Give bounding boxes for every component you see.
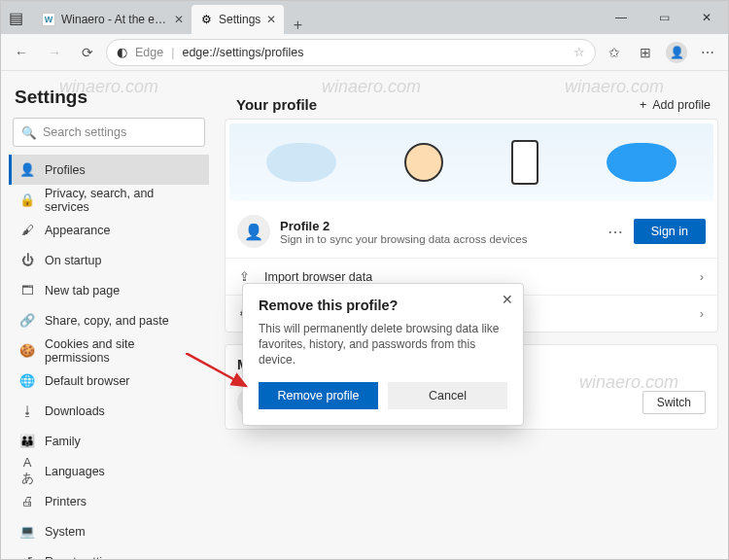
- sidebar-item-new-tab-page[interactable]: 🗔New tab page: [9, 275, 209, 305]
- content-area: winaero.com winaero.com winaero.com wina…: [1, 71, 728, 559]
- tab-winaero[interactable]: W Winaero - At the edge of tweaki ✕: [34, 5, 191, 34]
- nav-icon: 👪: [19, 434, 35, 448]
- menu-button[interactable]: ⋯: [693, 38, 722, 67]
- your-profile-heading: Your profile: [236, 96, 317, 113]
- refresh-button[interactable]: ⟳: [73, 38, 102, 67]
- settings-heading: Settings: [15, 87, 203, 108]
- close-icon[interactable]: ✕: [266, 13, 276, 26]
- browser-window: ▤ W Winaero - At the edge of tweaki ✕ ⚙ …: [0, 0, 729, 560]
- back-button[interactable]: ←: [7, 38, 36, 67]
- avatar-icon: 👤: [237, 215, 270, 248]
- profile-more-button[interactable]: ⋯: [608, 223, 624, 241]
- sidebar-item-default-browser[interactable]: 🌐Default browser: [9, 366, 209, 396]
- nav-label: Cookies and site permissions: [45, 337, 201, 365]
- switch-profile-button[interactable]: Switch: [642, 391, 706, 414]
- minimize-button[interactable]: —: [600, 1, 642, 34]
- url-scheme: Edge: [135, 46, 163, 59]
- nav-label: Family: [45, 435, 81, 448]
- cancel-button[interactable]: Cancel: [388, 382, 507, 409]
- dialog-close-button[interactable]: ✕: [502, 292, 513, 307]
- profile-hero-illustration: [229, 123, 713, 201]
- search-settings-input[interactable]: 🔍 Search settings: [13, 118, 205, 147]
- tab-strip: W Winaero - At the edge of tweaki ✕ ⚙ Se…: [30, 1, 600, 34]
- settings-nav: 👤Profiles🔒Privacy, search, and services🖌…: [9, 155, 209, 559]
- profile-button[interactable]: 👤: [662, 38, 691, 67]
- search-icon: 🔍: [21, 125, 37, 140]
- search-placeholder: Search settings: [43, 125, 126, 139]
- chevron-right-icon: ›: [700, 307, 704, 321]
- tab-actions-icon[interactable]: ▤: [1, 1, 30, 34]
- nav-icon: 👤: [19, 162, 35, 177]
- sidebar-item-reset-settings[interactable]: ↺Reset settings: [9, 546, 209, 559]
- sidebar-item-appearance[interactable]: 🖌Appearance: [9, 215, 209, 245]
- nav-label: New tab page: [45, 284, 120, 298]
- nav-icon: 💻: [19, 524, 35, 539]
- forward-button[interactable]: →: [40, 38, 69, 67]
- current-profile-row: 👤 Profile 2 Sign in to sync your browsin…: [226, 205, 717, 258]
- toolbar-right: ✩ ⊞ 👤 ⋯: [600, 38, 722, 67]
- row-label: Import browser data: [264, 270, 372, 284]
- collections-button[interactable]: ⊞: [631, 38, 660, 67]
- new-tab-button[interactable]: +: [284, 17, 311, 34]
- maximize-button[interactable]: ▭: [642, 1, 685, 34]
- sidebar-item-privacy-search-and-services[interactable]: 🔒Privacy, search, and services: [9, 185, 209, 215]
- nav-icon: ↺: [19, 554, 35, 559]
- nav-icon: ⭳: [19, 403, 35, 418]
- titlebar: ▤ W Winaero - At the edge of tweaki ✕ ⚙ …: [1, 1, 728, 34]
- sidebar-item-printers[interactable]: 🖨Printers: [9, 486, 209, 516]
- close-icon[interactable]: ✕: [174, 13, 184, 26]
- settings-sidebar: Settings 🔍 Search settings 👤Profiles🔒Pri…: [1, 71, 217, 559]
- nav-label: Reset settings: [45, 555, 122, 560]
- nav-icon: Aあ: [19, 455, 35, 487]
- nav-label: Privacy, search, and services: [45, 187, 201, 214]
- nav-label: System: [45, 525, 86, 539]
- sidebar-item-family[interactable]: 👪Family: [9, 426, 209, 456]
- site-identity-icon: ◐: [117, 45, 127, 59]
- nav-label: Appearance: [45, 224, 110, 237]
- toolbar: ← → ⟳ ◐ Edge | edge://settings/profiles …: [1, 34, 728, 71]
- nav-label: Printers: [45, 495, 87, 508]
- nav-label: Downloads: [45, 404, 105, 418]
- chevron-right-icon: ›: [700, 270, 704, 284]
- sidebar-item-system[interactable]: 💻System: [9, 516, 209, 546]
- add-profile-button[interactable]: + Add profile: [640, 98, 711, 112]
- sidebar-item-on-startup[interactable]: ⏻On startup: [9, 245, 209, 275]
- nav-icon: 🖨: [19, 494, 35, 508]
- row-icon: ⇪: [239, 269, 255, 284]
- nav-icon: ⏻: [19, 253, 35, 267]
- address-bar[interactable]: ◐ Edge | edge://settings/profiles ☆: [106, 39, 596, 66]
- your-profile-header: Your profile + Add profile: [225, 85, 718, 119]
- window-controls: — ▭ ✕: [600, 1, 728, 34]
- gear-icon: ⚙: [199, 13, 213, 26]
- plus-icon: +: [640, 98, 646, 112]
- nav-icon: 🖌: [19, 223, 35, 237]
- add-profile-label: Add profile: [652, 98, 711, 112]
- sidebar-item-profiles[interactable]: 👤Profiles: [9, 155, 209, 185]
- avatar-icon: 👤: [666, 42, 687, 63]
- cloud-icon: [607, 143, 677, 182]
- close-button[interactable]: ✕: [685, 1, 728, 34]
- nav-label: Languages: [45, 465, 105, 478]
- nav-label: Profiles: [45, 163, 86, 177]
- phone-illustration: [511, 140, 538, 185]
- remove-profile-dialog: ✕ Remove this profile? This will permane…: [242, 283, 524, 426]
- person-illustration: [404, 143, 443, 182]
- favicon-winaero: W: [42, 13, 55, 26]
- sidebar-item-languages[interactable]: AあLanguages: [9, 456, 209, 486]
- sign-in-button[interactable]: Sign in: [634, 219, 706, 244]
- sidebar-item-share-copy-and-paste[interactable]: 🔗Share, copy, and paste: [9, 305, 209, 335]
- nav-label: Share, copy, and paste: [45, 314, 169, 328]
- favorites-button[interactable]: ✩: [600, 38, 629, 67]
- profile-subtitle: Sign in to sync your browsing data acros…: [280, 233, 598, 245]
- sidebar-item-downloads[interactable]: ⭳Downloads: [9, 396, 209, 426]
- dialog-body: This will permanently delete browsing da…: [259, 321, 507, 368]
- nav-label: Default browser: [45, 374, 130, 388]
- remove-profile-button[interactable]: Remove profile: [259, 382, 378, 409]
- nav-icon: 🗔: [19, 283, 35, 298]
- reading-mode-icon[interactable]: ☆: [573, 45, 585, 59]
- tab-settings[interactable]: ⚙ Settings ✕: [191, 5, 284, 34]
- nav-icon: 🍪: [19, 343, 35, 358]
- cloud-icon: [266, 143, 336, 182]
- sidebar-item-cookies-and-site-permissions[interactable]: 🍪Cookies and site permissions: [9, 335, 209, 366]
- nav-icon: 🌐: [19, 373, 35, 388]
